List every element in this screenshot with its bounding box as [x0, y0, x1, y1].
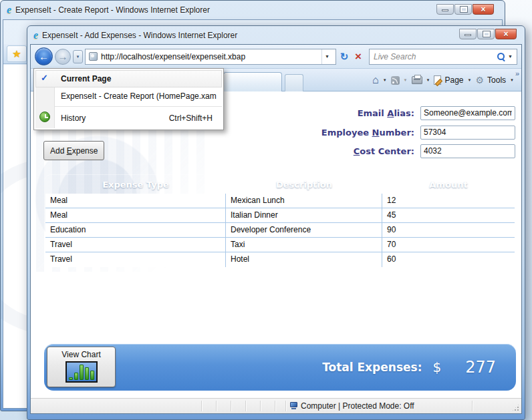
ie-logo-icon: e: [7, 5, 11, 15]
currency-symbol: $: [432, 359, 441, 375]
search-dropdown-button[interactable]: ▼: [508, 54, 513, 59]
page-dropdown-button[interactable]: ▼: [467, 78, 473, 82]
desktop-background: e ExpenseIt - Create Report - Windows In…: [0, 0, 532, 420]
cost-center-field[interactable]: [420, 144, 515, 158]
fg-minimize-button[interactable]: [459, 29, 477, 39]
expense-table-header: Expense Type Description Amount: [45, 176, 515, 194]
tools-menu-label[interactable]: Tools: [487, 75, 506, 85]
stop-icon: ×: [355, 50, 362, 63]
feeds-dropdown-button[interactable]: ▼: [403, 78, 408, 82]
table-row[interactable]: Education Developer Conference 90: [45, 223, 515, 238]
recent-pages-dropdown-button[interactable]: ▼: [73, 50, 83, 63]
search-input[interactable]: [374, 52, 494, 61]
gear-icon[interactable]: ⚙: [475, 75, 484, 85]
cell-amount: 70: [382, 238, 515, 252]
bg-maximize-button[interactable]: [454, 4, 472, 15]
refresh-button[interactable]: ↻: [338, 51, 350, 63]
bg-favorites-button[interactable]: ★: [7, 45, 27, 62]
check-icon: ✓: [41, 73, 48, 83]
menu-item-history[interactable]: History Ctrl+Shift+H: [35, 108, 222, 128]
address-url[interactable]: http://localhost/expenseit/expenseit.xba…: [101, 52, 318, 61]
search-icon[interactable]: [497, 52, 505, 61]
bg-window-title: ExpenseIt - Create Report - Windows Inte…: [15, 5, 210, 15]
column-header-expense-type[interactable]: Expense Type: [45, 180, 226, 190]
command-bar: ⌂ ▼ ▼ ▼ Page ▼ ⚙ Tools ▼: [372, 71, 515, 89]
expense-table: Expense Type Description Amount Meal Mex…: [44, 174, 516, 326]
total-expenses-value: 277: [465, 358, 496, 377]
cell-description: Hotel: [226, 252, 382, 267]
navigation-toolbar: ← → ▼ http://localhost/expenseit/expense…: [31, 45, 521, 69]
footer-bar: View Chart Total Expenses: $ 277: [44, 344, 516, 391]
close-icon: ×: [503, 29, 508, 39]
view-chart-button[interactable]: View Chart: [47, 347, 116, 387]
bg-minimize-button[interactable]: [436, 4, 454, 15]
menu-item-recent-page[interactable]: ExpenseIt - Create Report (HomePage.xam: [35, 87, 222, 105]
chevron-more-icon[interactable]: »: [515, 69, 519, 77]
status-bar: Computer | Protected Mode: Off: [31, 398, 521, 413]
cell-amount: 90: [382, 223, 515, 237]
forward-arrow-icon: →: [58, 51, 68, 62]
back-arrow-icon: ←: [39, 51, 49, 62]
column-header-amount[interactable]: Amount: [382, 180, 515, 190]
cell-amount: 60: [382, 252, 515, 267]
cell-expense-type: Travel: [45, 252, 226, 267]
home-dropdown-button[interactable]: ▼: [382, 78, 388, 82]
tools-dropdown-button[interactable]: ▼: [509, 78, 515, 82]
tab-current-page[interactable]: [223, 72, 282, 91]
employee-number-row: Employee Number:: [321, 124, 515, 140]
maximize-icon: [483, 31, 490, 37]
cell-expense-type: Education: [45, 223, 226, 237]
fg-maximize-button[interactable]: [477, 29, 495, 39]
table-row[interactable]: Travel Taxi 70: [45, 238, 515, 252]
email-alias-row: Email Alias:: [358, 105, 515, 121]
print-dropdown-button[interactable]: ▼: [426, 78, 431, 82]
table-row[interactable]: Travel Hotel 60: [45, 252, 515, 267]
column-header-description[interactable]: Description: [226, 180, 382, 190]
fg-title-bar[interactable]: e ExpenseIt - Add Expenses - Windows Int…: [27, 26, 525, 44]
address-dropdown-button[interactable]: ▼: [321, 49, 332, 64]
history-clock-icon: [39, 112, 50, 122]
expense-table-body: Meal Mexican Lunch 12 Meal Italian Dinne…: [45, 194, 515, 267]
cell-amount: 45: [382, 208, 515, 222]
page-menu-label[interactable]: Page: [444, 75, 463, 85]
feeds-icon[interactable]: [391, 76, 400, 85]
print-icon[interactable]: [412, 76, 422, 84]
employee-number-field[interactable]: [420, 126, 515, 140]
bg-close-button[interactable]: ×: [473, 4, 494, 15]
computer-icon: [290, 402, 298, 410]
cell-amount: 12: [382, 194, 515, 208]
cost-center-row: Cost Center:: [354, 143, 515, 159]
page-menu-icon[interactable]: [434, 75, 441, 85]
resize-grip[interactable]: [511, 403, 520, 412]
cell-expense-type: Meal: [45, 208, 226, 222]
email-alias-field[interactable]: [420, 106, 515, 120]
forward-button[interactable]: →: [55, 49, 71, 65]
bg-title-bar[interactable]: e ExpenseIt - Create Report - Windows In…: [1, 1, 505, 19]
table-row[interactable]: Meal Mexican Lunch 12: [45, 194, 515, 208]
home-icon[interactable]: ⌂: [372, 75, 379, 85]
table-row[interactable]: Meal Italian Dinner 45: [45, 208, 515, 223]
address-bar[interactable]: http://localhost/expenseit/expenseit.xba…: [85, 49, 336, 65]
new-tab-button[interactable]: [285, 74, 303, 91]
cell-description: Developer Conference: [226, 223, 382, 237]
back-button[interactable]: ←: [35, 47, 53, 65]
fg-close-button[interactable]: ×: [495, 29, 517, 39]
minimize-icon: [464, 34, 471, 36]
history-shortcut: Ctrl+Shift+H: [169, 114, 222, 123]
cell-description: Mexican Lunch: [226, 194, 382, 208]
stop-button[interactable]: ×: [352, 50, 364, 63]
fg-window-title: ExpenseIt - Add Expenses - Windows Inter…: [42, 31, 237, 40]
chevron-down-icon: ▼: [508, 54, 513, 59]
total-expenses-label: Total Expenses:: [322, 361, 422, 374]
cell-description: Italian Dinner: [226, 208, 382, 222]
star-icon: ★: [12, 49, 21, 59]
cell-description: Taxi: [226, 238, 382, 252]
total-expenses-group: Total Expenses: $ 277: [322, 344, 516, 391]
refresh-icon: ↻: [340, 51, 349, 62]
cell-expense-type: Meal: [45, 194, 226, 208]
employee-number-label: Employee Number:: [321, 128, 414, 138]
add-expense-button[interactable]: Add Expense: [43, 141, 104, 160]
menu-item-current-page[interactable]: ✓ Current Page: [35, 70, 222, 87]
protected-mode-status: Computer | Protected Mode: Off: [301, 401, 414, 411]
search-box[interactable]: ▼: [369, 49, 517, 65]
